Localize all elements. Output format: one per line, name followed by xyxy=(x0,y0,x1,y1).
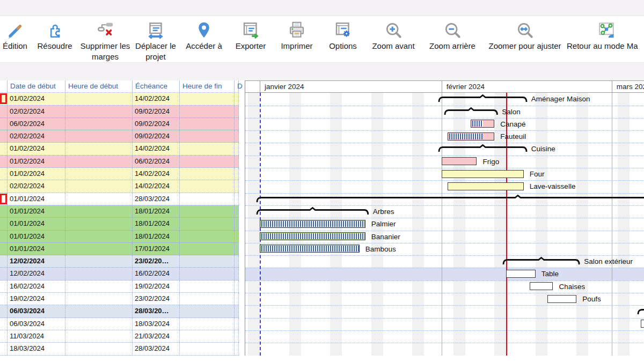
start-time-cell[interactable] xyxy=(65,231,133,242)
start-time-cell[interactable] xyxy=(65,143,133,154)
table-row[interactable]: 01/01/202428/03/2024 xyxy=(0,193,239,205)
end-time-cell[interactable] xyxy=(180,205,235,217)
duration-cell[interactable] xyxy=(235,293,239,305)
duration-cell[interactable] xyxy=(235,168,239,180)
duration-cell[interactable] xyxy=(235,180,239,192)
table-row[interactable]: 06/03/202418/03/2024 xyxy=(0,318,239,330)
due-date-cell[interactable]: 18/01/2024 xyxy=(133,231,180,242)
zoomer-pour-ajuster-button[interactable]: Zoomer pour ajuster xyxy=(484,20,566,51)
start-date-cell[interactable]: 01/02/2024 xyxy=(8,93,65,105)
duration-cell[interactable] xyxy=(235,156,239,167)
gantt-task-bar[interactable] xyxy=(448,132,494,141)
duration-cell[interactable] xyxy=(235,218,239,230)
start-date-cell[interactable]: 01/01/2024 xyxy=(8,205,65,217)
supprimer-les-marges-button[interactable]: Supprimer les marges xyxy=(79,20,131,62)
table-row[interactable]: 01/01/202418/01/2024 xyxy=(0,218,239,230)
start-time-cell[interactable] xyxy=(65,93,133,105)
due-date-cell[interactable]: 28/03/2024 xyxy=(133,193,180,205)
start-time-cell[interactable] xyxy=(65,180,133,192)
due-date-cell[interactable]: 17/01/2024 xyxy=(133,243,180,255)
col-d[interactable]: D xyxy=(235,80,239,92)
table-row[interactable]: 01/01/202418/01/2024 xyxy=(0,231,239,243)
gantt-summary-bracket[interactable] xyxy=(503,257,580,265)
gantt-task-bar[interactable] xyxy=(547,295,577,303)
start-time-cell[interactable] xyxy=(65,218,133,230)
gantt-task-bar[interactable] xyxy=(506,270,536,278)
due-date-cell[interactable]: 14/02/2024 xyxy=(133,168,180,180)
start-date-cell[interactable]: 02/02/2024 xyxy=(8,180,65,192)
start-date-cell[interactable]: 01/02/2024 xyxy=(8,143,65,154)
due-date-cell[interactable]: 21/03/2024 xyxy=(133,330,180,342)
end-time-cell[interactable] xyxy=(180,280,235,292)
resoudre-button[interactable]: Résoudre xyxy=(30,20,79,51)
table-row[interactable]: 12/02/202416/02/2024 xyxy=(0,268,239,280)
start-time-cell[interactable] xyxy=(65,106,133,117)
start-date-cell[interactable]: 06/02/2024 xyxy=(8,118,65,130)
duration-cell[interactable] xyxy=(235,231,239,242)
gantt-summary-bracket[interactable] xyxy=(438,94,527,103)
gantt-task-bar[interactable] xyxy=(530,282,553,290)
start-date-cell[interactable]: 01/02/2024 xyxy=(8,156,65,167)
imprimer-button[interactable]: Imprimer xyxy=(274,20,320,51)
duration-cell[interactable] xyxy=(235,106,239,117)
table-row[interactable]: 18/03/202428/03/2024 xyxy=(0,343,239,355)
end-time-cell[interactable] xyxy=(180,293,235,305)
end-time-cell[interactable] xyxy=(180,106,235,117)
col-heure-debut[interactable]: Heure de début xyxy=(65,80,133,92)
gantt-task-bar[interactable] xyxy=(260,220,365,228)
start-date-cell[interactable]: 11/03/2024 xyxy=(8,330,65,342)
table-row[interactable]: 11/03/202421/03/2024 xyxy=(0,330,239,343)
duration-cell[interactable] xyxy=(235,330,239,342)
start-time-cell[interactable] xyxy=(65,280,133,292)
table-row[interactable]: 06/03/202428/03/20… xyxy=(0,305,239,317)
table-row[interactable]: 16/02/202419/02/2024 xyxy=(0,280,239,293)
col-date-debut[interactable]: Date de début xyxy=(8,80,65,92)
duration-cell[interactable] xyxy=(235,305,239,317)
start-date-cell[interactable]: 06/03/2024 xyxy=(8,318,65,330)
start-time-cell[interactable] xyxy=(65,318,133,330)
duration-cell[interactable] xyxy=(235,193,239,205)
acceder-a-button[interactable]: Accéder à xyxy=(180,20,228,51)
due-date-cell[interactable]: 19/02/2024 xyxy=(133,280,180,292)
start-date-cell[interactable]: 01/01/2024 xyxy=(8,243,65,255)
start-time-cell[interactable] xyxy=(65,293,133,305)
due-date-cell[interactable]: 18/03/2024 xyxy=(133,318,180,330)
gantt-task-bar[interactable] xyxy=(260,245,360,253)
end-time-cell[interactable] xyxy=(180,130,235,142)
due-date-cell[interactable]: 09/02/2024 xyxy=(133,106,180,117)
table-row[interactable]: 01/01/202418/01/2024 xyxy=(0,205,239,218)
end-time-cell[interactable] xyxy=(180,330,235,342)
end-time-cell[interactable] xyxy=(180,168,235,180)
start-date-cell[interactable]: 02/02/2024 xyxy=(8,130,65,142)
due-date-cell[interactable]: 14/02/2024 xyxy=(133,93,180,105)
gantt-summary-bracket[interactable] xyxy=(257,195,644,203)
gantt-summary-bracket[interactable] xyxy=(444,107,497,116)
start-date-cell[interactable]: 16/02/2024 xyxy=(8,280,65,292)
start-time-cell[interactable] xyxy=(65,205,133,217)
start-time-cell[interactable] xyxy=(65,255,133,267)
duration-cell[interactable] xyxy=(235,318,239,330)
duration-cell[interactable] xyxy=(235,255,239,267)
start-time-cell[interactable] xyxy=(65,118,133,130)
duration-cell[interactable] xyxy=(235,268,239,279)
gantt-task-bar[interactable] xyxy=(641,320,644,328)
duration-cell[interactable] xyxy=(235,130,239,142)
edition-button[interactable]: Édition xyxy=(0,20,30,51)
duration-cell[interactable] xyxy=(235,205,239,217)
table-row[interactable]: 02/02/202414/02/2024 xyxy=(0,180,239,193)
duration-cell[interactable] xyxy=(235,118,239,130)
start-date-cell[interactable]: 19/02/2024 xyxy=(8,293,65,305)
end-time-cell[interactable] xyxy=(180,156,235,167)
duration-cell[interactable] xyxy=(235,243,239,255)
table-row[interactable]: 01/01/202417/01/2024 xyxy=(0,243,239,255)
start-date-cell[interactable]: 01/01/2024 xyxy=(8,231,65,242)
due-date-cell[interactable]: 06/02/2024 xyxy=(133,156,180,167)
start-time-cell[interactable] xyxy=(65,343,133,354)
start-date-cell[interactable]: 02/02/2024 xyxy=(8,106,65,117)
start-date-cell[interactable]: 12/02/2024 xyxy=(8,268,65,279)
end-time-cell[interactable] xyxy=(180,255,235,267)
options-button[interactable]: Options xyxy=(320,20,366,51)
zoom-arriere-button[interactable]: Zoom arrière xyxy=(421,20,484,51)
gantt-summary-bracket[interactable] xyxy=(257,207,369,216)
duration-cell[interactable] xyxy=(235,93,239,105)
